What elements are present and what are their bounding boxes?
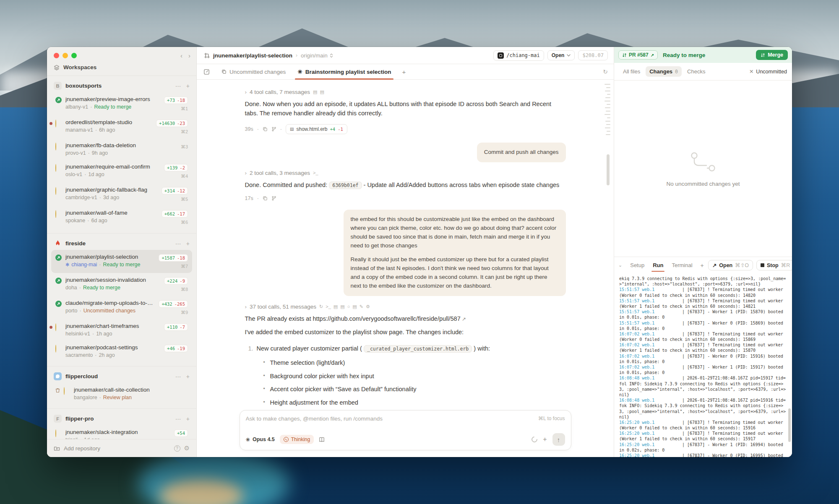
- workspace-item[interactable]: jnunemaker/chart-timeframeshelsinki-v1·1…: [51, 319, 192, 340]
- assistant-text: I've added the embed customizer to the p…: [245, 327, 566, 337]
- workspace-path-chip[interactable]: /chiang-mai: [493, 50, 544, 61]
- scrollbar-thumb[interactable]: [607, 154, 610, 185]
- terminal-tab-run[interactable]: Run: [649, 260, 667, 270]
- tab-checks[interactable]: Checks: [683, 66, 709, 77]
- log-line: 16:25:20 web.1| [67837] ! Terminating ti…: [619, 431, 787, 442]
- uncommitted-filter-chip[interactable]: ✕Uncommitted: [749, 68, 787, 75]
- workspace-item[interactable]: jnunemaker/require-email-confirmoslo-v1·…: [51, 160, 192, 183]
- workspace-item[interactable]: jnunemaker/graphic-fallback-flagcambridg…: [51, 183, 192, 206]
- keyboard-shortcut: ⌘1: [164, 106, 188, 112]
- workspace-branch: doha: [65, 285, 77, 291]
- workspace-item[interactable]: jnunemaker/wall-of-famespokane·6d ago+66…: [51, 206, 192, 229]
- branch-icon[interactable]: [271, 127, 276, 132]
- workspace-item[interactable]: jnunemaker/playlist-selection✻chiang-mai…: [51, 250, 192, 273]
- deletions-count: -19: [177, 346, 185, 351]
- workspace-item[interactable]: jnunemaker/session-invalidationdoha·Read…: [51, 273, 192, 296]
- compose-note-icon[interactable]: [203, 69, 210, 75]
- tab-changes[interactable]: Changes0: [646, 66, 682, 77]
- group-actions: ⋯+: [175, 83, 190, 89]
- workspace-item[interactable]: jnunemaker/call-site-collectionbangalore…: [51, 383, 192, 404]
- workspace-status: 9h ago: [92, 150, 108, 156]
- branch-icon[interactable]: [271, 196, 276, 201]
- layers-icon: [54, 65, 60, 70]
- copy-icon[interactable]: [263, 196, 268, 201]
- group-add-icon[interactable]: +: [186, 83, 190, 89]
- collapse-chevron-icon[interactable]: ⌄: [618, 262, 622, 268]
- workspace-status: Ready to merge: [83, 285, 120, 291]
- open-terminal-button[interactable]: ↗ Open ⌘⇧O: [708, 260, 753, 270]
- deletions-count: -18: [177, 255, 185, 260]
- minimize-button[interactable]: [63, 53, 68, 58]
- close-button[interactable]: [54, 53, 59, 58]
- stop-button[interactable]: Stop ⌘R: [756, 260, 792, 270]
- workspace-item[interactable]: jnunemaker/podcast-settingssacramento·2h…: [51, 340, 192, 362]
- chat-input[interactable]: [246, 416, 565, 433]
- knowledge-book-icon[interactable]: [319, 437, 325, 442]
- new-tab-button[interactable]: +: [398, 68, 410, 75]
- new-terminal-button[interactable]: +: [697, 260, 707, 270]
- send-button[interactable]: ↑: [552, 433, 565, 446]
- workspace-item-title: jnunemaker/session-invalidation: [65, 277, 160, 283]
- workspace-item[interactable]: jnunemaker/fb-data-deletionprovo-v1·9h a…: [51, 138, 192, 160]
- minimap-line: [607, 131, 610, 132]
- diff-badge: +662-17: [162, 210, 188, 218]
- settings-gear-icon[interactable]: ⚙: [184, 444, 190, 452]
- nav-back-icon[interactable]: ‹: [180, 52, 182, 59]
- terminal-log[interactable]: ekiq 7.3.9 connecting to Redis with opti…: [614, 273, 792, 457]
- base-branch-selector[interactable]: origin/main: [301, 52, 333, 59]
- workspace-item[interactable]: jnunemaker/slack-integrationtripoli·1d a…: [51, 425, 192, 439]
- session-cost: $208.07: [578, 50, 608, 60]
- workspace-groups: Bboxoutsports⋯+jnunemaker/preview-image-…: [47, 76, 196, 439]
- maximize-button[interactable]: [71, 53, 77, 58]
- open-button[interactable]: Open: [547, 50, 575, 60]
- terminal-scrollbar[interactable]: [788, 408, 791, 442]
- tool-calls-summary[interactable]: ›37 tool calls, 51 messages↻>_▤▤○▤✎⚙: [245, 304, 566, 310]
- chat-scroll-area[interactable]: ›4 tool calls, 7 messages▤▤Done. Now whe…: [197, 80, 614, 408]
- group-add-icon[interactable]: +: [186, 416, 190, 422]
- workspace-item[interactable]: claude/migrate-temp-uploads-to-b2-yg4PUp…: [51, 296, 192, 319]
- tab-brainstorming-playlist-selection[interactable]: ✳ Brainstorming playlist selection: [292, 64, 396, 79]
- keyboard-shortcut: ⌘6: [162, 220, 188, 225]
- composer-box[interactable]: ⌘L to focus ✳ Opus 4.5 ∿ Thinking + ↑: [240, 410, 571, 450]
- group-more-icon[interactable]: ⋯: [175, 83, 181, 89]
- workspace-item-meta: doha·Ready to merge: [65, 285, 160, 291]
- diff-badge: +54: [174, 429, 188, 437]
- group-add-icon[interactable]: +: [186, 240, 190, 247]
- workspace-status: 1d ago: [88, 171, 104, 177]
- attach-button[interactable]: +: [543, 436, 547, 443]
- chat-minimap-scrollbar[interactable]: [603, 84, 610, 185]
- duration: 39s: [245, 126, 253, 132]
- workspace-title[interactable]: jnunemaker/playlist-selection: [213, 52, 292, 59]
- merge-button[interactable]: Merge: [756, 50, 788, 60]
- file-chip[interactable]: ▤show.html.erb+4-1: [286, 124, 347, 134]
- tab-all-files[interactable]: All files: [619, 66, 644, 77]
- copy-icon[interactable]: [263, 127, 268, 132]
- group-add-icon[interactable]: +: [186, 373, 190, 380]
- minimap-line: [607, 117, 610, 118]
- group-more-icon[interactable]: ⋯: [175, 240, 181, 247]
- log-timestamp: 15:51:57 web.1: [619, 287, 682, 292]
- help-icon[interactable]: ?: [174, 445, 180, 452]
- nav-forward-icon[interactable]: ›: [188, 52, 190, 59]
- workspace-branch: bangalore: [74, 395, 97, 400]
- additions-count: +14630: [159, 121, 175, 126]
- terminal-tab-terminal[interactable]: Terminal: [668, 260, 696, 270]
- user-message-bubble: Commit and push all changes: [477, 143, 566, 162]
- workspace-item[interactable]: orderedlist/template-studiomanama-v1·6h …: [51, 115, 192, 138]
- workspace-item[interactable]: jnunemaker/preview-image-errorsalbany-v1…: [51, 92, 192, 115]
- tab-uncommitted-changes[interactable]: Uncommitted changes: [216, 64, 291, 79]
- add-repository-button[interactable]: Add repository: [64, 445, 100, 452]
- tool-calls-summary[interactable]: ›2 tool calls, 3 messages>_: [245, 170, 566, 176]
- terminal-tab-setup[interactable]: Setup: [626, 260, 648, 270]
- group-more-icon[interactable]: ⋯: [175, 373, 181, 380]
- pr-link-chip[interactable]: PR #587 ↗: [618, 50, 658, 60]
- history-icon[interactable]: ↻: [603, 68, 608, 75]
- updown-chevrons-icon: [330, 53, 333, 58]
- thinking-toggle[interactable]: ∿ Thinking: [280, 435, 314, 444]
- group-more-icon[interactable]: ⋯: [175, 416, 181, 422]
- model-selector[interactable]: ✳ Opus 4.5: [246, 436, 275, 443]
- tool-calls-summary[interactable]: ›4 tool calls, 7 messages▤▤: [245, 89, 566, 95]
- keyboard-shortcut: ⌘3: [181, 144, 188, 150]
- deletions-count: -17: [177, 211, 185, 216]
- additions-count: +54: [177, 431, 185, 436]
